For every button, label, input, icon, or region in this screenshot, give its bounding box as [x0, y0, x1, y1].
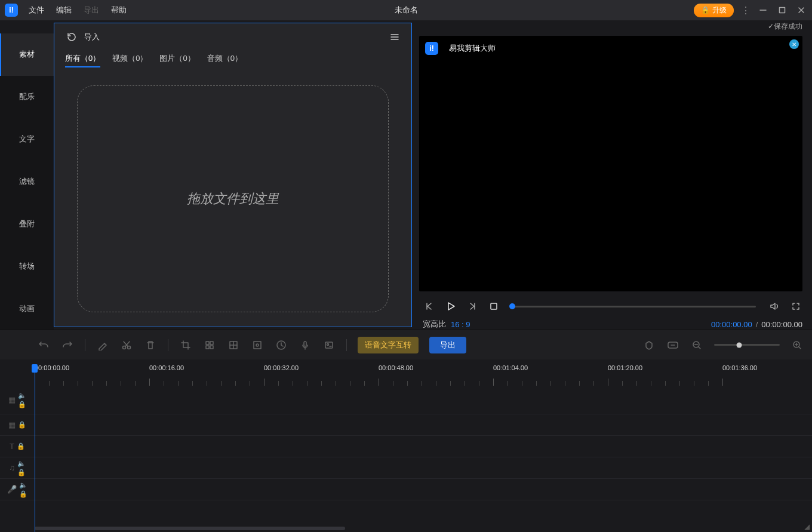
sidebar-item-filter[interactable]: 滤镜	[0, 161, 54, 203]
lock-icon[interactable]: 🔒	[19, 490, 27, 498]
track-text[interactable]: T 🔒	[0, 436, 812, 457]
resize-grip-icon[interactable]: ◢	[804, 522, 810, 531]
close-icon[interactable]	[795, 4, 807, 16]
progress-bar[interactable]	[512, 306, 756, 307]
text-icon: T	[10, 442, 14, 451]
music-icon: ♫	[9, 463, 15, 472]
lock-icon[interactable]: 🔒	[18, 421, 26, 429]
zoom-in-icon[interactable]	[791, 339, 804, 352]
timeline: 00:00:00.0000:00:16.0000:00:32.0000:00:4…	[0, 359, 812, 532]
tab-audio[interactable]: 音频（0）	[207, 53, 242, 67]
tab-image[interactable]: 图片（0）	[159, 53, 195, 67]
zoom-slider[interactable]	[714, 344, 780, 346]
tab-all[interactable]: 所有（0）	[65, 53, 100, 67]
film-icon: ▦	[8, 420, 16, 429]
speed-icon[interactable]	[275, 339, 288, 352]
voice-to-text-button[interactable]: 语音文字互转	[358, 337, 419, 353]
timeline-ruler[interactable]: 00:00:00.0000:00:16.0000:00:32.0000:00:4…	[35, 359, 812, 386]
sidebar-item-overlay[interactable]: 叠附	[0, 202, 54, 245]
dropzone[interactable]: 拖放文件到这里	[77, 85, 389, 312]
player-controls	[419, 291, 802, 316]
maximize-icon[interactable]	[776, 4, 788, 16]
scrollbar-thumb[interactable]	[35, 527, 345, 530]
lock-icon[interactable]: 🔒	[18, 401, 26, 408]
svg-rect-12	[206, 346, 209, 349]
freeze-icon[interactable]	[251, 339, 264, 352]
list-view-icon[interactable]	[387, 30, 401, 44]
tab-video[interactable]: 视频（0）	[112, 53, 147, 67]
sidebar-item-music[interactable]: 配乐	[0, 76, 54, 118]
svg-rect-20	[304, 342, 306, 346]
svg-point-22	[327, 343, 329, 345]
menu-help[interactable]: 帮助	[106, 2, 131, 18]
zoom-out-icon[interactable]	[690, 339, 703, 352]
cut-icon[interactable]	[120, 339, 133, 352]
track-video-main[interactable]: ▦ 🔈🔒	[0, 386, 812, 414]
delete-icon[interactable]	[144, 339, 157, 352]
check-icon: ✓	[768, 22, 774, 30]
fit-icon[interactable]	[666, 339, 679, 352]
zoom-thumb[interactable]	[736, 342, 742, 348]
minimize-icon[interactable]	[757, 4, 769, 16]
mute-icon[interactable]: 🔈	[18, 392, 26, 399]
mute-icon[interactable]: 🔈	[19, 481, 27, 489]
svg-point-18	[256, 344, 259, 346]
track-head: ♫ 🔈🔒	[0, 457, 35, 478]
marker-icon[interactable]	[642, 339, 656, 352]
save-status: 保存成功	[774, 22, 802, 30]
play-icon[interactable]	[444, 300, 457, 313]
subtitle-icon[interactable]	[322, 339, 336, 352]
progress-thumb[interactable]	[509, 303, 515, 309]
sidebar-item-label: 文字	[19, 134, 35, 144]
mosaic-icon[interactable]	[203, 339, 216, 352]
timeline-scrollbar[interactable]	[0, 525, 812, 532]
track-video-overlay[interactable]: ▦ 🔒	[0, 414, 812, 436]
svg-rect-17	[254, 342, 261, 349]
sidebar-item-label: 叠附	[19, 219, 35, 229]
import-button[interactable]: 导入	[84, 32, 100, 42]
menu-file[interactable]: 文件	[24, 2, 49, 18]
redo-icon[interactable]	[61, 339, 74, 352]
pen-icon[interactable]	[96, 339, 109, 352]
fullscreen-icon[interactable]	[789, 300, 802, 313]
menu-edit[interactable]: 编辑	[51, 2, 76, 18]
export-button[interactable]: 导出	[429, 337, 466, 353]
project-title: 未命名	[395, 5, 418, 16]
preview-brand: i! 易我剪辑大师	[425, 42, 496, 55]
dropzone-text: 拖放文件到这里	[187, 190, 279, 208]
lock-icon: 🔒	[701, 6, 710, 14]
more-icon[interactable]: ⋮	[741, 5, 750, 16]
voice-icon[interactable]	[299, 339, 312, 352]
svg-line-27	[699, 347, 700, 349]
lock-icon[interactable]: 🔒	[17, 469, 26, 476]
volume-icon[interactable]	[768, 300, 781, 313]
sidebar-item-material[interactable]: 素材	[0, 33, 54, 76]
sidebar-item-animation[interactable]: 动画	[0, 287, 54, 330]
refresh-icon[interactable]	[65, 30, 78, 44]
sidebar: 素材 配乐 文字 滤镜 叠附 转场 动画	[0, 33, 54, 330]
sidebar-item-transition[interactable]: 转场	[0, 245, 54, 287]
stop-icon[interactable]	[487, 300, 500, 313]
time-current: 00:00:00.00	[711, 320, 752, 329]
ratio-value[interactable]: 16 : 9	[451, 320, 470, 329]
upgrade-button[interactable]: 🔒 升级	[694, 4, 734, 17]
app-icon: i!	[5, 4, 18, 17]
prev-frame-icon[interactable]	[423, 300, 436, 313]
ruler-label: 00:00:48.00	[379, 364, 413, 371]
lock-icon[interactable]: 🔒	[17, 442, 25, 450]
mute-icon[interactable]: 🔈	[17, 460, 26, 468]
ruler-label: 00:00:00.00	[35, 364, 69, 371]
media-tabs: 所有（0） 视频（0） 图片（0） 音频（0）	[65, 53, 401, 67]
sidebar-item-text[interactable]: 文字	[0, 118, 54, 161]
track-audio[interactable]: ♫ 🔈🔒	[0, 457, 812, 479]
close-watermark-icon[interactable]: ✕	[789, 39, 799, 49]
separator	[168, 339, 168, 351]
track-voice[interactable]: 🎤 🔈🔒	[0, 479, 812, 500]
grid-icon[interactable]	[227, 339, 240, 352]
timeline-toolbar: 语音文字互转 导出	[0, 330, 812, 359]
menu-bar: 文件 编辑 导出 帮助	[24, 2, 131, 18]
undo-icon[interactable]	[37, 339, 50, 352]
crop-icon[interactable]	[179, 339, 192, 352]
title-right: 🔒 升级 ⋮	[694, 4, 807, 17]
next-frame-icon[interactable]	[466, 300, 479, 313]
